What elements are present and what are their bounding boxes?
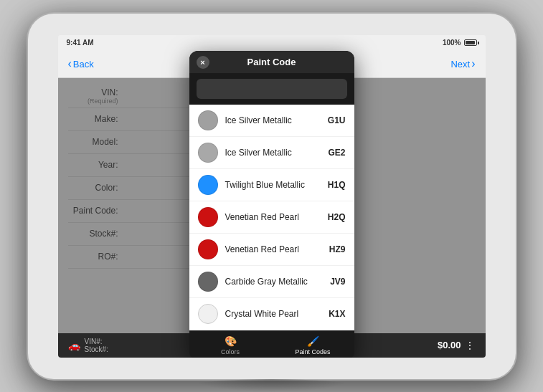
paint-code-modal: × Paint Code Ice Silver Metallic G1U Ice… [189, 51, 354, 358]
next-label: Next [450, 59, 470, 70]
bottom-vin-label: VIN#: [85, 338, 108, 345]
color-list-item[interactable]: Venetian Red Pearl HZ9 [189, 234, 354, 266]
color-item-code: H1Q [328, 180, 346, 190]
bottom-vin-info: VIN#: Stock#: [85, 338, 108, 353]
tab-label: Colors [221, 348, 240, 355]
color-item-name: Twilight Blue Metallic [225, 180, 328, 190]
modal-close-button[interactable]: × [197, 56, 209, 69]
tab-icon: 🎨 [225, 335, 237, 347]
color-list: Ice Silver Metallic G1U Ice Silver Metal… [189, 105, 354, 330]
bottom-price: $0.00 [438, 340, 461, 350]
modal-tab-paint-codes[interactable]: 🖌️ Paint Codes [272, 331, 354, 358]
status-time: 9:41 AM [67, 39, 94, 47]
paint-code-search-input[interactable] [197, 79, 347, 99]
ipad-shell: 9:41 AM 100% ‹ Back Vehicle Info ▾ Clien… [28, 14, 516, 379]
ipad-screen: 9:41 AM 100% ‹ Back Vehicle Info ▾ Clien… [58, 35, 486, 358]
battery-icon [464, 39, 477, 46]
color-item-code: H2Q [328, 212, 346, 222]
status-right: 100% [443, 39, 477, 47]
main-content: VIN: (Required) Make: Model: Year: [58, 78, 486, 333]
bottom-menu-icon[interactable]: ⋮ [465, 340, 475, 351]
color-item-code: GE2 [328, 148, 345, 158]
back-chevron-icon: ‹ [68, 57, 72, 70]
color-list-item[interactable]: Twilight Blue Metallic H1Q [189, 169, 354, 201]
color-swatch [198, 239, 218, 259]
color-list-item[interactable]: Ice Silver Metallic G1U [189, 105, 354, 137]
next-button[interactable]: Next › [450, 57, 475, 70]
color-item-name: Ice Silver Metallic [225, 115, 328, 125]
color-swatch [198, 110, 218, 130]
color-item-code: G1U [328, 115, 346, 125]
modal-header: × Paint Code [189, 51, 354, 73]
color-swatch [198, 207, 218, 227]
car-icon: 🚗 [68, 340, 80, 351]
color-swatch [198, 272, 218, 292]
color-list-item[interactable]: Venetian Red Pearl H2Q [189, 201, 354, 234]
bottom-stock-label: Stock#: [85, 345, 108, 353]
bottom-bar-left: 🚗 VIN#: Stock#: [68, 338, 108, 353]
color-swatch [198, 143, 218, 163]
tab-icon: 🖌️ [307, 335, 319, 347]
battery-fill [466, 41, 476, 44]
color-item-name: Venetian Red Pearl [225, 212, 328, 222]
back-button[interactable]: ‹ Back [68, 57, 94, 70]
tab-label: Paint Codes [295, 348, 330, 355]
color-item-name: Crystal White Pearl [225, 309, 329, 319]
modal-title: Paint Code [247, 57, 296, 67]
color-item-code: JV9 [330, 277, 345, 287]
color-item-name: Carbide Gray Metallic [225, 277, 331, 287]
color-swatch [198, 175, 218, 195]
color-item-code: HZ9 [329, 244, 346, 254]
back-label: Back [73, 59, 94, 70]
color-item-code: K1X [329, 309, 345, 319]
color-item-name: Ice Silver Metallic [225, 148, 329, 158]
bottom-bar-right: $0.00 ⋮ [438, 340, 476, 351]
battery-text: 100% [443, 39, 461, 47]
next-chevron-icon: › [471, 57, 475, 70]
color-list-item[interactable]: Carbide Gray Metallic JV9 [189, 266, 354, 298]
modal-search-area [189, 73, 354, 105]
status-bar: 9:41 AM 100% [58, 35, 486, 51]
color-item-name: Venetian Red Pearl [225, 244, 329, 254]
modal-tabs: 🎨 Colors 🖌️ Paint Codes [189, 330, 354, 358]
color-list-item[interactable]: Ice Silver Metallic GE2 [189, 137, 354, 169]
modal-tab-colors[interactable]: 🎨 Colors [189, 331, 272, 358]
color-list-item[interactable]: Crystal White Pearl K1X [189, 298, 354, 330]
modal-overlay[interactable]: × Paint Code Ice Silver Metallic G1U Ice… [58, 78, 486, 333]
color-swatch [198, 304, 218, 324]
